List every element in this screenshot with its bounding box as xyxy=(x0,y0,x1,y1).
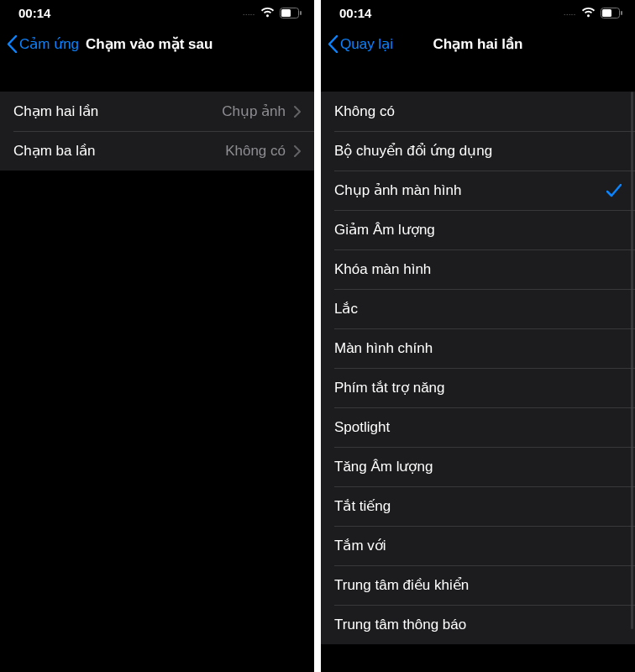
option-row[interactable]: Khóa màn hình xyxy=(321,249,635,289)
scroll-indicator[interactable] xyxy=(631,92,633,629)
option-row[interactable]: Tắt tiếng xyxy=(321,486,635,526)
row-triple-tap[interactable]: Chạm ba lần Không có xyxy=(0,131,314,171)
chevron-right-icon xyxy=(294,145,301,157)
option-row[interactable]: Bộ chuyển đổi ứng dụng xyxy=(321,131,635,171)
back-button[interactable]: Quay lại xyxy=(328,35,393,53)
back-tap-list: Chạm hai lần Chụp ảnh Chạm ba lần Không … xyxy=(0,92,314,171)
row-double-tap[interactable]: Chạm hai lần Chụp ảnh xyxy=(0,92,314,131)
wifi-icon xyxy=(581,8,596,18)
option-label: Spotlight xyxy=(334,419,390,436)
chevron-left-icon xyxy=(7,35,18,53)
option-row[interactable]: Màn hình chính xyxy=(321,328,635,368)
option-label: Trung tâm thông báo xyxy=(334,617,466,633)
nav-bar: Cảm ứng Chạm vào mặt sau xyxy=(0,25,314,62)
svg-rect-2 xyxy=(300,11,302,15)
back-label: Cảm ứng xyxy=(19,35,79,53)
row-label: Chạm ba lần xyxy=(13,142,95,160)
status-bar: 00:14 ..... xyxy=(321,0,635,25)
option-row[interactable]: Không có xyxy=(321,92,635,131)
option-row[interactable]: Tắm với xyxy=(321,526,635,565)
chevron-left-icon xyxy=(328,35,338,53)
status-bar: 00:14 ..... xyxy=(0,0,314,25)
nav-bar: Quay lại Chạm hai lần xyxy=(321,25,635,62)
option-row[interactable]: Phím tắt trợ năng xyxy=(321,368,635,407)
row-right: Không có xyxy=(225,143,301,160)
option-label: Chụp ảnh màn hình xyxy=(334,181,461,199)
option-row[interactable]: Trung tâm thông báo xyxy=(321,605,635,644)
row-value: Chụp ảnh xyxy=(222,102,286,120)
double-tap-options: Không cóBộ chuyển đổi ứng dụngChụp ảnh m… xyxy=(321,92,635,644)
cellular-dots: ..... xyxy=(243,10,255,16)
spacer xyxy=(321,62,635,92)
option-row[interactable]: Spotlight xyxy=(321,407,635,447)
back-label: Quay lại xyxy=(340,35,393,53)
option-label: Tắt tiếng xyxy=(334,497,391,515)
check-icon xyxy=(606,184,622,197)
option-row[interactable]: Trung tâm điều khiển xyxy=(321,565,635,605)
status-right: ..... xyxy=(243,8,302,18)
option-label: Phím tắt trợ năng xyxy=(334,379,445,396)
option-label: Không có xyxy=(334,103,395,120)
option-label: Tắm với xyxy=(334,537,386,554)
row-value: Không có xyxy=(225,143,286,160)
svg-rect-4 xyxy=(602,9,611,17)
option-label: Lắc xyxy=(334,300,358,318)
option-row[interactable]: Giảm Âm lượng xyxy=(321,210,635,249)
cellular-dots: ..... xyxy=(564,10,576,16)
chevron-right-icon xyxy=(294,106,301,118)
spacer xyxy=(0,62,314,92)
screen-double-tap: 00:14 ..... Quay lại Chạm hai lần Không … xyxy=(321,0,635,672)
option-label: Tăng Âm lượng xyxy=(334,458,433,475)
option-label: Trung tâm điều khiển xyxy=(334,576,469,594)
option-row[interactable]: Tăng Âm lượng xyxy=(321,447,635,486)
option-label: Khóa màn hình xyxy=(334,261,431,278)
svg-rect-1 xyxy=(281,9,291,17)
option-label: Màn hình chính xyxy=(334,340,433,357)
row-right: Chụp ảnh xyxy=(222,102,301,120)
page-title: Chạm vào mặt sau xyxy=(86,35,213,53)
back-button[interactable]: Cảm ứng xyxy=(7,35,79,53)
option-label: Bộ chuyển đổi ứng dụng xyxy=(334,142,492,160)
battery-icon xyxy=(601,8,623,18)
option-label: Giảm Âm lượng xyxy=(334,221,435,239)
status-right: ..... xyxy=(564,8,623,18)
options-scroll[interactable]: Không cóBộ chuyển đổi ứng dụngChụp ảnh m… xyxy=(321,92,635,672)
screen-back-tap: 00:14 ..... Cảm ứng Chạm vào mặt sau Chạ… xyxy=(0,0,314,672)
status-time: 00:14 xyxy=(18,6,50,20)
page-title: Chạm hai lần xyxy=(433,35,523,53)
svg-rect-5 xyxy=(621,11,622,15)
status-time: 00:14 xyxy=(339,6,371,20)
option-row[interactable]: Lắc xyxy=(321,289,635,328)
row-label: Chạm hai lần xyxy=(13,102,98,120)
option-row[interactable]: Chụp ảnh màn hình xyxy=(321,171,635,210)
wifi-icon xyxy=(260,8,275,18)
battery-icon xyxy=(280,8,302,18)
